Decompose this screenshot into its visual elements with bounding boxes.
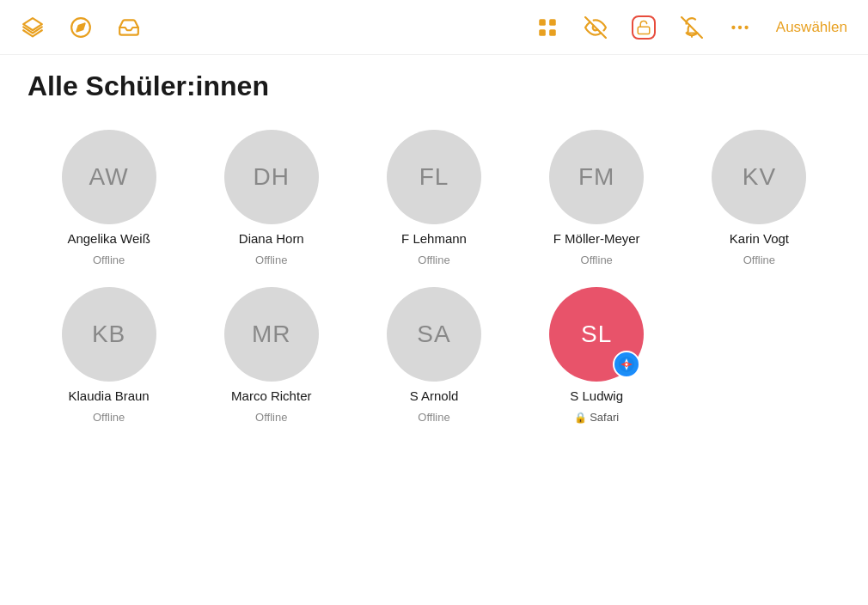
layers-icon[interactable]	[21, 15, 45, 40]
student-status: Offline	[418, 411, 449, 424]
student-name: S Ludwig	[570, 388, 623, 404]
student-card[interactable]: SAS ArnoldOffline	[359, 287, 508, 424]
svg-marker-2	[76, 23, 84, 31]
avatar: FL	[387, 130, 481, 224]
avatar: SA	[387, 287, 481, 382]
student-status: Offline	[255, 411, 287, 424]
avatar-wrapper: SA	[387, 287, 481, 382]
student-name: Marco Richter	[231, 388, 311, 404]
svg-rect-3	[539, 19, 546, 26]
avatar-wrapper: AW	[62, 130, 156, 224]
toolbar: Auswählen	[0, 0, 868, 55]
student-status: 🔒Safari	[574, 411, 619, 424]
svg-point-19	[626, 364, 628, 366]
lock-icon: 🔒	[574, 412, 587, 424]
student-status: Offline	[93, 411, 125, 424]
auswahlen-button[interactable]: Auswählen	[776, 19, 847, 36]
student-card[interactable]: FLF LehmannOffline	[359, 130, 508, 266]
student-status: Offline	[581, 254, 613, 266]
student-card[interactable]: AWAngelika WeißOffline	[34, 130, 183, 266]
unlock-icon[interactable]	[632, 15, 656, 40]
avatar: AW	[62, 130, 156, 224]
hide-icon[interactable]	[584, 15, 608, 40]
compass-icon[interactable]	[69, 15, 93, 40]
student-name: Klaudia Braun	[68, 388, 149, 404]
apps-icon[interactable]	[535, 15, 559, 40]
avatar-wrapper: KB	[62, 287, 156, 382]
student-card[interactable]: MRMarco RichterOffline	[197, 287, 345, 424]
student-card[interactable]: KVKarin VogtOffline	[685, 130, 834, 266]
student-status: Offline	[743, 254, 775, 266]
student-name: Angelika Weiß	[67, 231, 150, 247]
inbox-icon[interactable]	[117, 15, 141, 40]
avatar-wrapper: DH	[224, 130, 319, 224]
avatar: MR	[224, 287, 319, 382]
avatar: KB	[62, 287, 156, 382]
avatar-wrapper: KV	[712, 130, 806, 224]
student-name: F Möller-Meyer	[553, 231, 640, 247]
avatar: KV	[712, 130, 806, 224]
avatar-wrapper: FM	[549, 130, 644, 224]
student-status: Offline	[93, 254, 125, 266]
svg-rect-5	[539, 29, 546, 36]
student-status: Offline	[255, 254, 287, 266]
avatar-wrapper: SL	[549, 287, 644, 382]
avatar: DH	[224, 130, 319, 224]
svg-rect-4	[549, 19, 556, 26]
student-name: Karin Vogt	[730, 231, 789, 247]
student-name: F Lehmann	[401, 231, 467, 247]
page-title: Alle Schüler:innen	[0, 55, 868, 109]
student-card[interactable]: FMF Möller-MeyerOffline	[523, 130, 671, 266]
student-grid: AWAngelika WeißOfflineDHDiana HornOfflin…	[0, 109, 868, 444]
student-card[interactable]: KBKlaudia BraunOffline	[34, 287, 183, 424]
student-name: Diana Horn	[239, 231, 304, 247]
svg-rect-6	[549, 29, 556, 36]
svg-point-13	[744, 25, 748, 28]
mute-icon[interactable]	[680, 15, 704, 40]
student-name: S Arnold	[410, 388, 459, 404]
avatar-wrapper: FL	[387, 130, 481, 224]
toolbar-right: Auswählen	[535, 15, 847, 40]
svg-point-12	[738, 25, 742, 28]
student-card[interactable]: DHDiana HornOffline	[197, 130, 345, 266]
student-card[interactable]: SL S Ludwig🔒Safari	[523, 287, 671, 424]
avatar-wrapper: MR	[224, 287, 319, 382]
toolbar-left	[21, 15, 535, 40]
more-icon[interactable]	[728, 15, 752, 40]
svg-point-11	[731, 25, 735, 28]
svg-rect-8	[638, 27, 650, 34]
student-status: Offline	[418, 254, 449, 266]
app-badge	[613, 351, 640, 378]
avatar: FM	[549, 130, 644, 224]
